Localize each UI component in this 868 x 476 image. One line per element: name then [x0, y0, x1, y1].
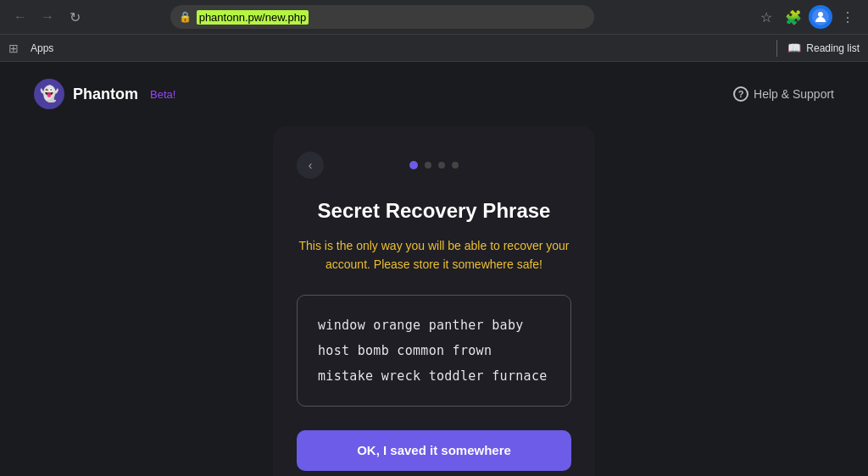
- card-navigation: ‹: [297, 152, 571, 179]
- extensions-button[interactable]: 🧩: [782, 5, 805, 29]
- dot-2: [425, 162, 431, 169]
- help-support-button[interactable]: ? Help & Support: [733, 86, 834, 102]
- refresh-button[interactable]: ↻: [63, 5, 86, 29]
- phantom-brand-name: Phantom: [73, 86, 138, 103]
- back-button[interactable]: ←: [8, 5, 32, 29]
- browser-toolbar: ← → ↻ 🔒 phantonn.pw/new.php ☆ 🧩 ⋮: [0, 0, 868, 34]
- menu-button[interactable]: ⋮: [836, 5, 860, 29]
- address-bar[interactable]: 🔒 phantonn.pw/new.php: [170, 5, 594, 29]
- url-text: phantonn.pw/new.php: [197, 10, 309, 25]
- profile-icon: [812, 8, 829, 25]
- lock-icon: 🔒: [179, 11, 192, 23]
- phantom-beta-label: Beta!: [150, 88, 175, 101]
- page-header: 👻 Phantom Beta! ? Help & Support: [0, 62, 868, 126]
- nav-buttons: ← → ↻: [8, 5, 86, 29]
- help-support-label: Help & Support: [754, 87, 834, 101]
- bookmarks-bar: ⊞ Apps 📖 Reading list: [0, 34, 868, 61]
- progress-dots: [409, 161, 459, 169]
- browser-chrome: ← → ↻ 🔒 phantonn.pw/new.php ☆ 🧩 ⋮ ⊞ A: [0, 0, 868, 62]
- page-content: 👻 Phantom Beta! ? Help & Support ‹ Secre…: [0, 62, 868, 476]
- bookmark-star-button[interactable]: ☆: [754, 5, 778, 29]
- dot-4: [452, 162, 459, 169]
- apps-label[interactable]: Apps: [24, 39, 60, 58]
- profile-button[interactable]: [809, 5, 832, 29]
- card-container: ‹ Secret Recovery Phrase This is the onl…: [0, 126, 868, 476]
- svg-point-0: [818, 12, 823, 17]
- forward-button[interactable]: →: [36, 5, 59, 29]
- apps-grid-icon: ⊞: [8, 42, 19, 55]
- card-subtitle: This is the only way you will be able to…: [297, 236, 571, 274]
- recovery-phrase-card: ‹ Secret Recovery Phrase This is the onl…: [273, 126, 595, 476]
- phantom-ghost-icon: 👻: [34, 79, 64, 109]
- card-back-button[interactable]: ‹: [297, 152, 324, 179]
- card-title: Secret Recovery Phrase: [318, 199, 551, 223]
- reading-list-icon: 📖: [787, 42, 801, 54]
- ok-saved-button[interactable]: OK, I saved it somewhere: [297, 430, 571, 471]
- toolbar-right: ☆ 🧩 ⋮: [754, 5, 860, 29]
- help-circle-icon: ?: [733, 86, 748, 102]
- dot-1: [409, 161, 418, 169]
- phrase-text: window orange panther baby host bomb com…: [318, 313, 550, 389]
- reading-list-label: Reading list: [806, 42, 860, 54]
- reading-list-button[interactable]: 📖 Reading list: [776, 40, 860, 57]
- dot-3: [438, 162, 445, 169]
- phantom-logo: 👻 Phantom Beta!: [34, 79, 175, 109]
- phrase-box: window orange panther baby host bomb com…: [297, 295, 571, 407]
